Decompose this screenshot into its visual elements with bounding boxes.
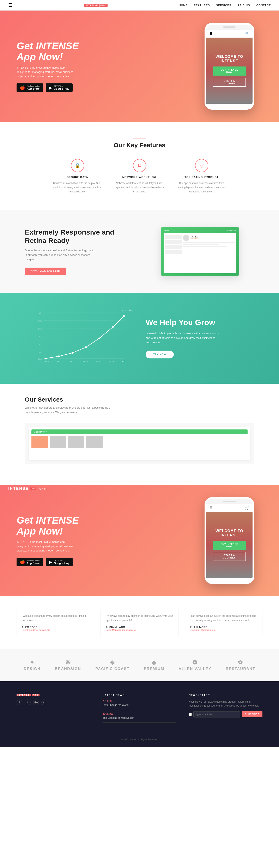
googleplay-button[interactable]: ▶ GET IT ON Google Play <box>46 84 73 92</box>
responsive-headline: Extremely Responsive and Retina Ready <box>25 228 133 245</box>
brand-allenvalley: ❂ Allen Valley <box>179 659 212 671</box>
footer-bottom: © 2015 Intense. All Rights Reserved. <box>17 734 262 741</box>
footer-social-google[interactable]: G+ <box>33 700 39 705</box>
testimonial-author-1: ALEX ROSS <box>22 626 89 629</box>
service-preview-img-3 <box>68 436 84 448</box>
responsive-section: Extremely Responsive and Retina Ready Du… <box>0 210 279 293</box>
device-avatar <box>183 235 189 241</box>
appstore-label-top: Available on the <box>27 85 40 87</box>
nav-pricing[interactable]: PRICING <box>238 4 250 7</box>
footer-logo-text: INTENSE <box>17 694 31 696</box>
footer-news-link-1[interactable]: Let's Change the World <box>103 704 129 707</box>
nav-home[interactable]: HOME <box>179 4 188 7</box>
feature-secure-desc: Transfer all information with the help o… <box>53 181 102 194</box>
newsletter-email-input[interactable] <box>193 711 240 717</box>
newsletter-subscribe-button[interactable]: SUBSCRIBE <box>242 711 262 717</box>
phone-journey-button[interactable]: START A JOURNEY <box>213 78 246 87</box>
hero2-phone-screen: WELCOME TO INTENSE BUY INTENSE NOW START… <box>206 512 253 578</box>
svg-text:2011: 2011 <box>57 360 62 362</box>
download-button[interactable]: DOWNLOAD FOR FREE <box>25 268 66 275</box>
footer-grid: INTENSE PRO f t G+ in LATEST NEWS 25/14/… <box>17 694 262 725</box>
hero-phone: ☰ 🛒 WELCOME TO INTENSE BUY INTENSE NOW S… <box>196 23 262 110</box>
hero2-googleplay-button[interactable]: ▶ GET IT ON Google Play <box>46 558 73 566</box>
nav-services[interactable]: SERVICES <box>216 4 231 7</box>
device-sidebar-item <box>165 250 182 254</box>
google-icon: ▶ <box>49 85 52 90</box>
phone-header: ☰ 🛒 <box>206 30 253 38</box>
device-mockup-screen: intense Team Member John Doe <box>161 227 239 276</box>
service-preview: Single Project <box>25 423 254 464</box>
try-now-button[interactable]: TRY NOW <box>146 350 174 359</box>
testimonial-role-1: CEO/Founder at domain.org <box>22 629 89 631</box>
device-bar <box>183 242 235 243</box>
hamburger-icon[interactable]: ☰ <box>8 2 12 8</box>
footer-news-item-1: 25/14/2015 Let's Change the World <box>103 700 176 710</box>
footer-social-facebook[interactable]: f <box>17 700 22 705</box>
svg-point-26 <box>112 327 114 328</box>
navbar: ☰ INTENSEPRO HOME FEATURES SERVICES PRIC… <box>0 0 279 10</box>
svg-point-23 <box>72 352 73 354</box>
footer-news-link-2[interactable]: The Meaning of Web Design <box>103 716 134 719</box>
device-name: John Doe <box>191 236 198 238</box>
service-preview-img-2 <box>50 436 66 448</box>
svg-text:15k: 15k <box>38 336 41 338</box>
svg-text:2014: 2014 <box>96 360 101 362</box>
hero2-phone-buy-button[interactable]: BUY INTENSE NOW <box>213 541 246 550</box>
testimonial-card-3: I can always keep an eye on the current … <box>185 609 262 636</box>
service-preview-img-1 <box>31 436 48 448</box>
newsletter-checkbox[interactable] <box>189 713 192 716</box>
testimonials-section: I was able to manage every aspect of suc… <box>0 596 279 649</box>
brand-restaurant-icon: ✿ <box>238 659 243 666</box>
device-profile: John Doe ★★★★★ <box>183 235 235 241</box>
hero2-intense: INTENSE <box>36 515 79 526</box>
testimonial-author-2: ALISA MILANO <box>106 626 173 629</box>
hero2-phone-screen-content: WELCOME TO INTENSE BUY INTENSE NOW START… <box>206 529 253 561</box>
feature-item-network: 🖥 NETWORK WORKFLOW Network Workflow feat… <box>115 159 164 194</box>
hero2-badges: 🍎 Available on the App Store ▶ GET IT ON… <box>17 558 196 566</box>
appstore-button[interactable]: 🍎 Available on the App Store <box>17 84 43 92</box>
hero2-phone-notch <box>206 499 253 504</box>
svg-point-24 <box>85 346 87 348</box>
footer-social-twitter[interactable]: t <box>25 700 31 705</box>
hero2-phone-header: ☰ 🛒 <box>206 504 253 512</box>
testimonial-role-3: Developer at domain.org <box>190 629 257 631</box>
footer-logo-badge: PRO <box>32 694 39 696</box>
footer-news-date-2: 25/14/2015 <box>103 713 176 715</box>
feature-rating-desc: Our app has won numerous awards from lea… <box>177 181 226 194</box>
phone-buy-button[interactable]: BUY INTENSE NOW <box>213 66 246 75</box>
svg-text:12k: 12k <box>38 358 41 360</box>
device-main: John Doe ★★★★★ <box>183 235 235 272</box>
brand-design: ✦ DESIGN <box>24 659 40 671</box>
grow-description: Intense Mobile App enables all its users… <box>146 331 220 345</box>
footer-social: f t G+ in <box>17 700 90 705</box>
footer-news-date-1: 25/14/2015 <box>103 700 176 702</box>
googleplay-label-bottom: Google Play <box>54 87 69 90</box>
hero2-phone-welcome-text: WELCOME TO INTENSE <box>206 529 253 537</box>
brand-pacific-icon: ◈ <box>110 659 115 666</box>
device-content-area: John Doe ★★★★★ <box>164 233 236 273</box>
nav-contact[interactable]: CONTACT <box>256 4 271 7</box>
nav-features[interactable]: FEATURES <box>194 4 210 7</box>
hero2-phone-journey-button[interactable]: START A JOURNEY <box>213 552 246 561</box>
features-title: Our Key Features <box>25 142 254 149</box>
footer-social-linkedin[interactable]: in <box>41 700 47 705</box>
brand-pacific: ◈ Pacific Coast <box>95 659 130 671</box>
device-bar <box>183 244 219 245</box>
hero2-appstore-label-top: Available on the <box>27 560 40 562</box>
brand-restaurant: ✿ RESTAURANT <box>226 659 255 671</box>
service-preview-grid <box>31 436 248 448</box>
phone-notch-bar <box>223 26 235 28</box>
apple-icon: 🍎 <box>20 85 25 90</box>
chart-label: — Our Clients <box>121 309 133 311</box>
hero2-phone: ☰ 🛒 WELCOME TO INTENSE BUY INTENSE NOW S… <box>196 497 262 584</box>
hero2-appstore-button[interactable]: 🍎 Available on the App Store <box>17 558 43 566</box>
feature-network-title: NETWORK WORKFLOW <box>115 176 164 179</box>
device-bar <box>183 246 227 247</box>
features-grid: 🔒 SECURE DATA Transfer all information w… <box>25 159 254 194</box>
footer-news-title: LATEST NEWS <box>103 694 176 696</box>
svg-text:2010: 2010 <box>44 360 49 362</box>
hero-content: Get INTENSE App Now! INTENSE is the most… <box>17 41 196 92</box>
hero2-phone-mockup: ☰ 🛒 WELCOME TO INTENSE BUY INTENSE NOW S… <box>204 497 254 584</box>
grow-chart: — Our Clients 18k 17k 16k 15k 14k 13k 12… <box>25 309 133 367</box>
footer-newsletter-desc: Keep up with our always upcoming product… <box>189 700 262 708</box>
